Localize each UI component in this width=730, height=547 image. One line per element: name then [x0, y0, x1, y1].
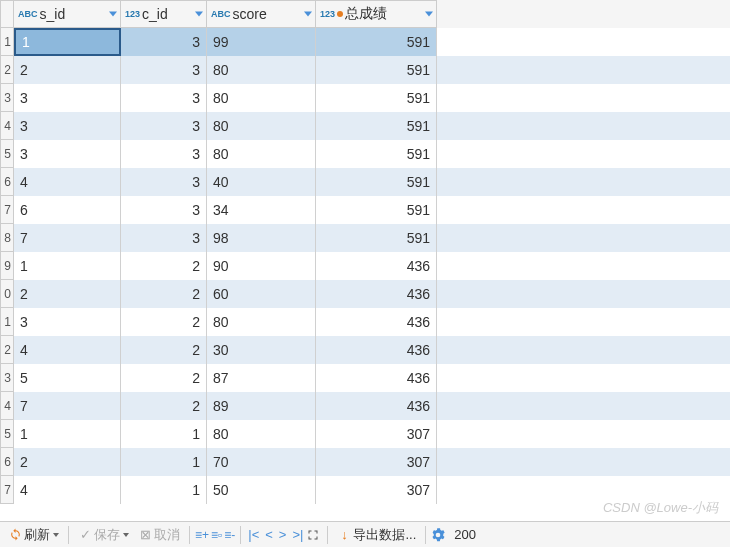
- table-row[interactable]: 33380591: [0, 84, 730, 112]
- data-cell[interactable]: 3: [121, 140, 207, 168]
- row-number-cell[interactable]: 1: [0, 28, 14, 56]
- filter-dropdown-icon[interactable]: [195, 12, 203, 17]
- data-cell[interactable]: 3: [14, 112, 121, 140]
- row-number-cell[interactable]: 6: [0, 168, 14, 196]
- data-cell[interactable]: 60: [207, 280, 316, 308]
- data-cell[interactable]: 1: [14, 420, 121, 448]
- data-cell[interactable]: 2: [121, 336, 207, 364]
- table-row[interactable]: 76334591: [0, 196, 730, 224]
- data-cell[interactable]: 436: [316, 336, 437, 364]
- table-row[interactable]: 64340591: [0, 168, 730, 196]
- data-cell[interactable]: 436: [316, 280, 437, 308]
- cancel-button[interactable]: ⊠ 取消: [134, 524, 184, 546]
- table-row[interactable]: 24230436: [0, 336, 730, 364]
- row-number-cell[interactable]: 3: [0, 364, 14, 392]
- filter-dropdown-icon[interactable]: [109, 12, 117, 17]
- data-cell[interactable]: 3: [121, 112, 207, 140]
- data-cell[interactable]: 436: [316, 392, 437, 420]
- column-header-total[interactable]: 123 总成绩: [316, 0, 437, 28]
- export-button[interactable]: ↓ 导出数据...: [333, 524, 420, 546]
- data-cell[interactable]: 3: [14, 84, 121, 112]
- data-cell[interactable]: 2: [121, 392, 207, 420]
- data-cell[interactable]: 436: [316, 308, 437, 336]
- prev-page-icon[interactable]: <: [263, 527, 275, 542]
- data-cell[interactable]: 89: [207, 392, 316, 420]
- data-cell[interactable]: 3: [121, 224, 207, 252]
- data-cell[interactable]: 7: [14, 224, 121, 252]
- last-page-icon[interactable]: >|: [290, 527, 305, 542]
- duplicate-row-icon[interactable]: ≡▫: [211, 528, 222, 542]
- save-button[interactable]: ✓ 保存: [74, 524, 133, 546]
- table-row[interactable]: 74150307: [0, 476, 730, 504]
- row-number-cell[interactable]: 8: [0, 224, 14, 252]
- table-row[interactable]: 51180307: [0, 420, 730, 448]
- data-cell[interactable]: 3: [121, 56, 207, 84]
- table-row[interactable]: 22380591: [0, 56, 730, 84]
- data-cell[interactable]: 1: [121, 476, 207, 504]
- filter-dropdown-icon[interactable]: [425, 12, 433, 17]
- row-number-cell[interactable]: 7: [0, 476, 14, 504]
- table-row[interactable]: 02260436: [0, 280, 730, 308]
- add-row-icon[interactable]: ≡+: [195, 528, 209, 542]
- delete-row-icon[interactable]: ≡-: [224, 528, 235, 542]
- data-cell[interactable]: 2: [14, 56, 121, 84]
- data-cell[interactable]: 87: [207, 364, 316, 392]
- data-cell[interactable]: 7: [14, 392, 121, 420]
- data-cell[interactable]: 40: [207, 168, 316, 196]
- data-cell[interactable]: 30: [207, 336, 316, 364]
- table-row[interactable]: 11399591: [0, 28, 730, 56]
- table-row[interactable]: 43380591: [0, 112, 730, 140]
- gear-icon[interactable]: [431, 528, 445, 542]
- table-row[interactable]: 91290436: [0, 252, 730, 280]
- data-cell[interactable]: 3: [14, 140, 121, 168]
- data-cell[interactable]: 1: [14, 252, 121, 280]
- data-cell[interactable]: 2: [121, 280, 207, 308]
- data-cell[interactable]: 436: [316, 364, 437, 392]
- data-cell[interactable]: 99: [207, 28, 316, 56]
- data-cell[interactable]: 80: [207, 308, 316, 336]
- column-header-score[interactable]: ABC score: [207, 0, 316, 28]
- data-cell[interactable]: 591: [316, 168, 437, 196]
- data-cell[interactable]: 591: [316, 84, 437, 112]
- data-cell[interactable]: 70: [207, 448, 316, 476]
- data-cell[interactable]: 591: [316, 196, 437, 224]
- data-cell[interactable]: 591: [316, 112, 437, 140]
- data-cell[interactable]: 3: [121, 84, 207, 112]
- data-cell[interactable]: 80: [207, 56, 316, 84]
- data-cell[interactable]: 4: [14, 168, 121, 196]
- data-cell[interactable]: 591: [316, 56, 437, 84]
- row-number-cell[interactable]: 4: [0, 112, 14, 140]
- data-cell[interactable]: 5: [14, 364, 121, 392]
- row-number-cell[interactable]: 6: [0, 448, 14, 476]
- data-cell[interactable]: 2: [14, 280, 121, 308]
- table-row[interactable]: 47289436: [0, 392, 730, 420]
- data-cell[interactable]: 307: [316, 420, 437, 448]
- data-cell[interactable]: 90: [207, 252, 316, 280]
- data-cell[interactable]: 1: [121, 448, 207, 476]
- data-cell[interactable]: 1: [121, 420, 207, 448]
- column-header-cid[interactable]: 123 c_id: [121, 0, 207, 28]
- table-row[interactable]: 87398591: [0, 224, 730, 252]
- data-cell[interactable]: 80: [207, 84, 316, 112]
- row-number-cell[interactable]: 7: [0, 196, 14, 224]
- next-page-icon[interactable]: >: [277, 527, 289, 542]
- table-row[interactable]: 35287436: [0, 364, 730, 392]
- data-cell[interactable]: 307: [316, 448, 437, 476]
- row-number-cell[interactable]: 5: [0, 420, 14, 448]
- filter-dropdown-icon[interactable]: [304, 12, 312, 17]
- data-cell[interactable]: 3: [121, 168, 207, 196]
- column-header-sid[interactable]: ABC s_id: [14, 0, 121, 28]
- data-cell[interactable]: 436: [316, 252, 437, 280]
- data-cell[interactable]: 2: [121, 308, 207, 336]
- table-row[interactable]: 62170307: [0, 448, 730, 476]
- data-cell[interactable]: 3: [14, 308, 121, 336]
- row-number-cell[interactable]: 2: [0, 56, 14, 84]
- data-cell[interactable]: 6: [14, 196, 121, 224]
- data-cell[interactable]: 4: [14, 336, 121, 364]
- data-cell[interactable]: 2: [14, 448, 121, 476]
- row-number-cell[interactable]: 4: [0, 392, 14, 420]
- data-cell[interactable]: 4: [14, 476, 121, 504]
- row-number-cell[interactable]: 3: [0, 84, 14, 112]
- data-cell[interactable]: 80: [207, 112, 316, 140]
- table-row[interactable]: 53380591: [0, 140, 730, 168]
